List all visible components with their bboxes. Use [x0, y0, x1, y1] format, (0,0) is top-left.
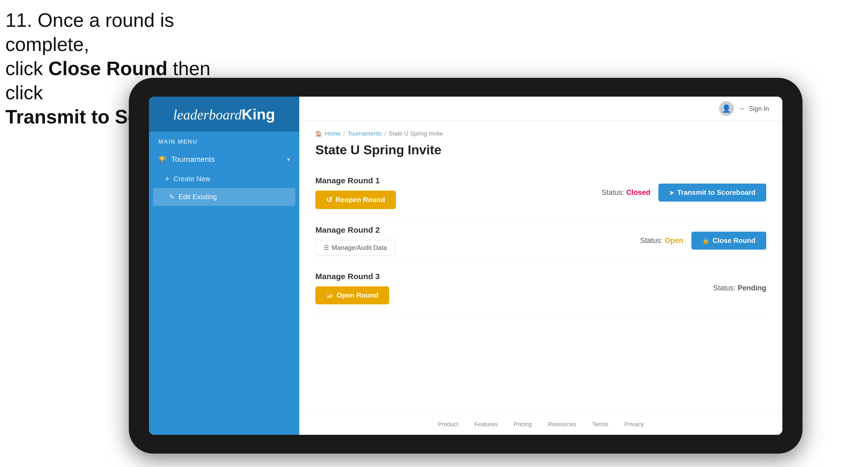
plus-icon [165, 175, 169, 183]
main-content: Sign In Home / Tournaments / State U Spr… [299, 97, 782, 435]
round-1-status-value: Closed [626, 188, 650, 196]
audit-label: Manage/Audit Data [332, 244, 387, 251]
round-3-title: Manage Round 3 [315, 272, 389, 281]
round-1-left: Manage Round 1 Reopen Round [315, 176, 396, 209]
page-title: State U Spring Invite [315, 143, 766, 157]
breadcrumb-sep2: / [384, 130, 386, 137]
main-menu-label: MAIN MENU [149, 131, 299, 149]
trophy-icon [158, 155, 166, 164]
reopen-icon [326, 195, 332, 204]
open-label: Open Round [337, 291, 378, 300]
sidebar-create-new[interactable]: Create New [149, 169, 299, 188]
sign-in-label: Sign In [749, 105, 769, 113]
round-2-status: Status: Open [640, 237, 683, 245]
close-round-button[interactable]: Close Round [691, 231, 766, 250]
footer-product[interactable]: Product [438, 421, 458, 428]
tablet-screen: leaderboardKing MAIN MENU Tournaments ▾ … [149, 97, 782, 435]
logo-leaderboard: leaderboard [173, 107, 242, 122]
round-3-section: Manage Round 3 Open Round Status: Pendin… [315, 264, 766, 313]
instruction-line2: click [5, 58, 48, 79]
round-3-status-label: Status: [713, 284, 736, 292]
breadcrumb-sep1: / [343, 130, 345, 137]
logo-king: King [242, 106, 275, 123]
logo: leaderboardKing [173, 105, 275, 123]
round-2-right: Status: Open Close Round [640, 231, 766, 250]
chevron-down-icon: ▾ [287, 156, 290, 163]
top-nav: Sign In [299, 97, 782, 121]
footer-pricing[interactable]: Pricing [514, 421, 532, 428]
instruction-bold1: Close Round [48, 58, 167, 79]
round-1-section: Manage Round 1 Reopen Round Status: Clos… [315, 168, 766, 217]
app-layout: leaderboardKing MAIN MENU Tournaments ▾ … [149, 97, 782, 435]
round-3-status-value: Pending [738, 284, 767, 292]
open-icon [326, 291, 333, 300]
user-icon [722, 104, 731, 113]
manage-audit-button[interactable]: Manage/Audit Data [315, 240, 395, 255]
transmit-icon [669, 188, 674, 197]
content-area: Home / Tournaments / State U Spring Invi… [299, 121, 782, 413]
round-2-section: Manage Round 2 Manage/Audit Data Status:… [315, 217, 766, 264]
round-3-right: Status: Pending [713, 284, 766, 292]
round-2-title: Manage Round 2 [315, 225, 395, 235]
round-2-status-label: Status: [640, 237, 663, 245]
edit-existing-label: Edit Existing [179, 193, 217, 201]
sidebar: leaderboardKing MAIN MENU Tournaments ▾ … [149, 97, 299, 435]
home-icon [315, 130, 322, 137]
create-new-label: Create New [174, 175, 210, 183]
edit-icon [169, 193, 175, 201]
close-icon [702, 237, 709, 245]
round-1-title: Manage Round 1 [315, 176, 396, 185]
sidebar-item-tournaments-left: Tournaments [158, 155, 215, 164]
footer-terms[interactable]: Terms [592, 421, 609, 428]
transmit-to-scoreboard-button[interactable]: Transmit to Scoreboard [658, 184, 766, 201]
footer-resources[interactable]: Resources [548, 421, 576, 428]
round-3-status: Status: Pending [713, 284, 766, 292]
footer: Product Features Pricing Resources Terms… [299, 413, 782, 435]
breadcrumb-tournaments[interactable]: Tournaments [348, 130, 382, 137]
footer-features[interactable]: Features [474, 421, 498, 428]
sidebar-item-tournaments[interactable]: Tournaments ▾ [149, 149, 299, 169]
footer-privacy[interactable]: Privacy [624, 421, 644, 428]
signin-icon [738, 104, 745, 113]
breadcrumb-home[interactable]: Home [325, 130, 341, 137]
round-1-status-label: Status: [602, 188, 624, 196]
round-2-left: Manage Round 2 Manage/Audit Data [315, 225, 395, 255]
round-2-status-value: Open [665, 237, 683, 245]
round-1-status: Status: Closed [602, 188, 651, 197]
close-label: Close Round [713, 237, 755, 245]
reopen-label: Reopen Round [336, 196, 385, 204]
audit-icon [324, 244, 329, 251]
round-1-right: Status: Closed Transmit to Scoreboard [602, 184, 766, 201]
breadcrumb: Home / Tournaments / State U Spring Invi… [315, 130, 766, 137]
sidebar-edit-existing[interactable]: Edit Existing [153, 188, 295, 206]
tablet-shell: leaderboardKing MAIN MENU Tournaments ▾ … [129, 78, 803, 454]
round-3-left: Manage Round 3 Open Round [315, 272, 389, 304]
instruction-line1: 11. Once a round is complete, [5, 9, 174, 55]
breadcrumb-current: State U Spring Invite [389, 130, 443, 137]
reopen-round-button[interactable]: Reopen Round [315, 191, 396, 209]
sign-in-area[interactable]: Sign In [719, 101, 769, 116]
transmit-label: Transmit to Scoreboard [677, 188, 755, 197]
logo-area: leaderboardKing [149, 97, 299, 131]
open-round-button[interactable]: Open Round [315, 286, 389, 304]
tournaments-label: Tournaments [171, 155, 215, 164]
avatar [719, 101, 734, 116]
